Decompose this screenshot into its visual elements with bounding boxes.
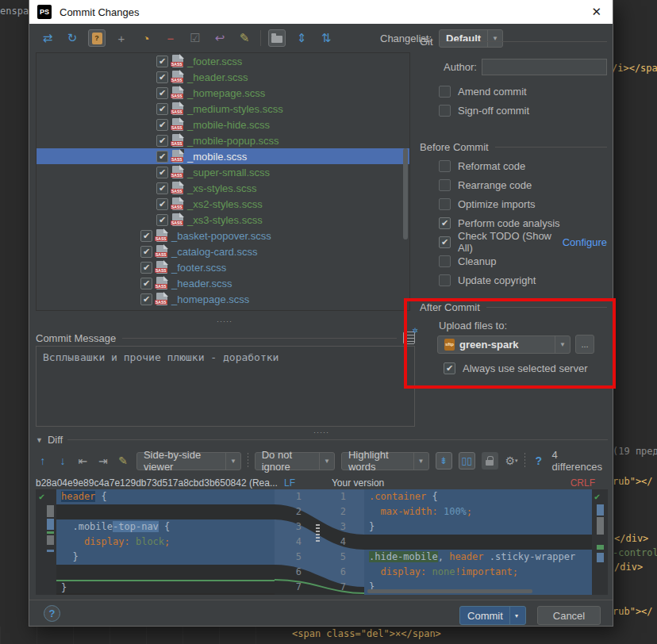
- viewer-mode-select[interactable]: Side-by-side viewer ▼: [136, 452, 241, 470]
- checkbox-checked-icon[interactable]: ✔: [439, 217, 451, 229]
- tree-file-row[interactable]: ✔SASS_footer.scss: [36, 53, 409, 69]
- file-checkbox[interactable]: ✔: [156, 71, 168, 83]
- tree-file-row[interactable]: ✔SASS_xs2-styles.scss: [36, 196, 409, 212]
- tree-file-row[interactable]: ✔SASS_footer.scss: [36, 259, 409, 275]
- file-checkbox[interactable]: ✔: [156, 87, 168, 99]
- checkbox-checked-icon[interactable]: ✔: [439, 236, 451, 248]
- edit-source-icon[interactable]: ✎: [117, 453, 130, 469]
- file-checkbox[interactable]: ✔: [140, 262, 152, 274]
- tree-file-row[interactable]: ✔SASS_mobile-popup.scss: [36, 132, 409, 148]
- file-checkbox[interactable]: ✔: [156, 103, 168, 115]
- file-checkbox[interactable]: ✔: [140, 246, 152, 258]
- check-files-icon[interactable]: ☑: [186, 29, 204, 47]
- tree-file-row[interactable]: ✔SASS_header.scss: [36, 275, 409, 291]
- checkbox-unchecked-icon[interactable]: [439, 255, 451, 267]
- group-by-directory-icon[interactable]: [268, 29, 286, 47]
- background-code-fragment: (19 пред: [613, 446, 657, 457]
- tree-scrollbar[interactable]: [403, 148, 408, 240]
- git-section-header: Git: [420, 35, 607, 48]
- option-checkbox-row[interactable]: Sign-off commit: [439, 104, 607, 117]
- tree-file-row[interactable]: ✔SASS_catalog-card.scss: [36, 243, 409, 259]
- file-checkbox[interactable]: ✔: [156, 167, 168, 178]
- remove-icon[interactable]: −: [162, 29, 179, 47]
- file-checkbox[interactable]: ✔: [140, 230, 152, 242]
- file-name: _mobile.scss: [187, 151, 247, 163]
- whitespace-ignore-select[interactable]: Do not ignore ▼: [255, 452, 335, 470]
- show-unversioned-files-icon[interactable]: ?: [88, 29, 106, 47]
- option-checkbox-row[interactable]: ✔Check TODO (Show All)Configure: [439, 236, 607, 248]
- option-checkbox-row[interactable]: Amend commit: [439, 85, 607, 98]
- checkbox-unchecked-icon[interactable]: [439, 86, 451, 98]
- tree-file-row[interactable]: ✔SASS_basket-popover.scss: [36, 228, 409, 243]
- option-label: Check TODO (Show All): [458, 230, 555, 254]
- file-checkbox[interactable]: ✔: [156, 182, 168, 194]
- diff-section-header[interactable]: ▼ Diff: [36, 434, 608, 446]
- configure-link[interactable]: Configure: [563, 236, 607, 248]
- sass-file-icon: SASS: [172, 55, 183, 67]
- collapse-all-icon[interactable]: ⇅: [317, 29, 335, 47]
- help-button[interactable]: ?: [44, 605, 60, 622]
- file-checkbox[interactable]: ✔: [140, 278, 152, 289]
- file-checkbox[interactable]: ✔: [156, 135, 168, 147]
- close-icon[interactable]: ✕: [588, 5, 605, 19]
- tree-file-row[interactable]: ✔SASS_header.scss: [36, 69, 409, 85]
- apply-left-icon[interactable]: ⇤: [76, 453, 90, 469]
- rollback-icon[interactable]: ↩: [211, 29, 229, 47]
- commit-button[interactable]: Commit ▾: [459, 606, 526, 625]
- show-diff-icon[interactable]: ◔: [137, 29, 155, 47]
- tree-file-row[interactable]: ✔SASS_medium-styles.scss: [36, 101, 409, 117]
- option-checkbox-row[interactable]: Cleanup: [439, 255, 607, 267]
- checkbox-unchecked-icon[interactable]: [439, 274, 451, 286]
- expand-all-icon[interactable]: ⇕: [293, 29, 310, 47]
- help-icon[interactable]: ?: [532, 453, 545, 469]
- connector-drag-handle[interactable]: [316, 524, 320, 542]
- synchronize-scrolling-icon[interactable]: ▯▯: [459, 452, 475, 470]
- move-to-another-changelist-icon[interactable]: ⇄: [39, 29, 56, 47]
- author-field[interactable]: [482, 59, 607, 75]
- checkbox-unchecked-icon[interactable]: [439, 105, 451, 117]
- option-checkbox-row[interactable]: Optimize imports: [439, 197, 607, 210]
- diff-right-pane: .container { max-width: 100%;}.hide-mobi…: [364, 489, 592, 595]
- edit-source-icon[interactable]: ✎: [236, 29, 253, 47]
- apply-right-icon[interactable]: ⇥: [96, 453, 110, 469]
- checkbox-unchecked-icon[interactable]: [439, 198, 451, 210]
- tree-file-row[interactable]: ✔SASS_super-small.scss: [36, 164, 409, 180]
- file-checkbox[interactable]: ✔: [156, 56, 168, 67]
- browse-servers-button[interactable]: ...: [575, 335, 594, 354]
- option-checkbox-row[interactable]: Rearrange code: [439, 178, 607, 191]
- option-checkbox-row[interactable]: Update copyright: [439, 274, 607, 286]
- tree-file-row[interactable]: ✔SASS_homepage.scss: [36, 291, 409, 307]
- splitter-handle[interactable]: ·····: [217, 317, 232, 325]
- next-difference-icon[interactable]: ↓: [56, 453, 69, 469]
- lock-icon[interactable]: [482, 452, 498, 470]
- collapse-triangle-icon[interactable]: ▼: [36, 436, 43, 444]
- tree-file-row[interactable]: ✔SASS_homepage.scss: [36, 85, 409, 101]
- file-checkbox[interactable]: ✔: [156, 151, 168, 163]
- tree-file-row[interactable]: ✔SASS_xs-styles.scss: [36, 180, 409, 196]
- option-checkbox-row[interactable]: Reformat code: [439, 159, 607, 172]
- tree-file-row[interactable]: ✔SASS_mobile.scss: [36, 148, 409, 164]
- file-checkbox[interactable]: ✔: [156, 214, 168, 226]
- cancel-button[interactable]: Cancel: [537, 606, 601, 625]
- upload-server-select[interactable]: sftp green-spark ▼: [437, 335, 571, 354]
- always-use-server-option[interactable]: ✔ Always use selected server: [444, 362, 607, 374]
- highlight-mode-select[interactable]: Highlight words ▼: [341, 452, 429, 470]
- horizontal-scrollbar[interactable]: [367, 589, 532, 593]
- checkbox-unchecked-icon[interactable]: [439, 179, 451, 191]
- checkbox-unchecked-icon[interactable]: [439, 160, 451, 172]
- file-checkbox[interactable]: ✔: [156, 119, 168, 131]
- commit-message-input[interactable]: Всплывашки и прочие плюшки - доработки: [36, 346, 415, 427]
- previous-difference-icon[interactable]: ↑: [36, 453, 49, 469]
- add-file-icon[interactable]: +: [113, 29, 130, 47]
- refresh-icon[interactable]: ↻: [63, 29, 81, 47]
- option-checkbox-row[interactable]: ✔Perform code analysis: [439, 217, 607, 229]
- gear-icon[interactable]: ⚙▾: [505, 453, 518, 469]
- file-checkbox[interactable]: ✔: [140, 293, 152, 305]
- file-checkbox[interactable]: ✔: [156, 198, 168, 210]
- message-history-icon[interactable]: [403, 332, 415, 344]
- tree-file-row[interactable]: ✔SASS_mobile-hide.scss: [36, 117, 409, 132]
- before-commit-options: Reformat codeRearrange codeOptimize impo…: [420, 159, 607, 286]
- checkbox-checked-icon[interactable]: ✔: [444, 362, 455, 374]
- tree-file-row[interactable]: ✔SASS_xs3-styles.scss: [36, 212, 409, 228]
- collapse-unchanged-icon[interactable]: ⇟: [436, 452, 452, 470]
